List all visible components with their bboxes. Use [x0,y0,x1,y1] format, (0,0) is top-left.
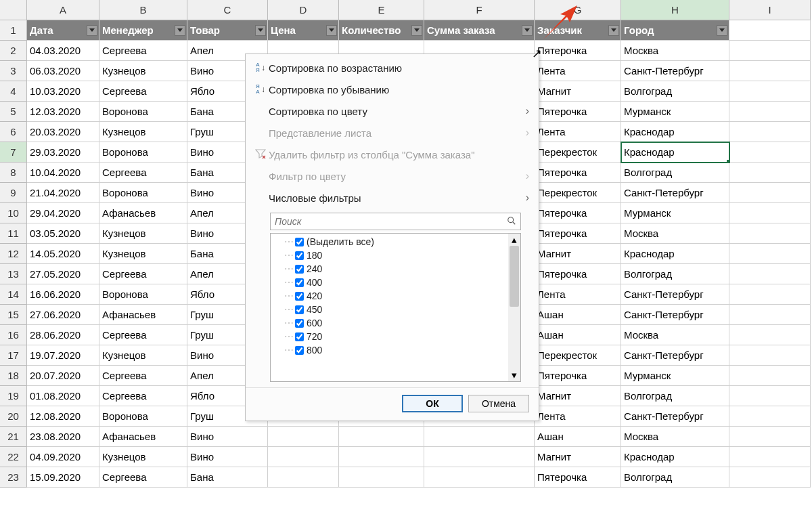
table-header[interactable]: Дата [27,20,99,41]
row-header[interactable]: 4 [0,81,27,102]
cell[interactable]: Кузнецов [99,447,187,467]
cell[interactable]: Волгоград [621,81,729,102]
filter-value-item[interactable]: ⋯720 [284,330,520,343]
cell[interactable]: Лента [535,122,621,142]
cell[interactable] [729,264,811,284]
table-header[interactable]: Сумма заказа [424,20,535,41]
cell[interactable]: 19.07.2020 [27,345,99,366]
cell[interactable] [424,427,535,447]
ok-button[interactable]: ОК [402,395,463,412]
cell[interactable]: 20.07.2020 [27,366,99,386]
cell[interactable]: Санкт-Петербург [621,284,729,305]
cell[interactable]: Воронова [99,183,187,203]
cell[interactable]: Магнит [535,244,621,264]
filter-value-item[interactable]: ⋯(Выделить все) [284,235,520,249]
cell[interactable] [729,142,811,163]
cell[interactable]: Санкт-Петербург [621,406,729,427]
sort-descending[interactable]: ЯА↓ Сортировка по убыванию [246,79,539,100]
column-header[interactable]: B [99,0,187,20]
table-header[interactable]: Менеджер [99,20,187,41]
row-header[interactable]: 15 [0,305,27,325]
cell[interactable]: 03.05.2020 [27,223,99,244]
filter-value-item[interactable]: ⋯800 [284,343,520,357]
cell[interactable] [729,122,811,142]
column-header[interactable]: A [27,0,99,20]
cell[interactable] [729,61,811,81]
cancel-button[interactable]: Отмена [468,395,529,412]
scroll-down-icon[interactable]: ▾ [508,369,520,381]
cell[interactable]: 15.09.2020 [27,467,99,488]
cell[interactable]: Волгоград [621,163,729,183]
table-header[interactable]: Количество [339,20,424,41]
cell[interactable]: Магнит [535,81,621,102]
cell[interactable]: Пятерочка [535,163,621,183]
filter-value-item[interactable]: ⋯180 [284,249,520,262]
cell[interactable]: Сергеева [99,325,187,345]
cell[interactable]: Воронова [99,406,187,427]
filter-value-item[interactable]: ⋯420 [284,289,520,303]
cell[interactable]: Вино [187,427,268,447]
filter-list-scrollbar[interactable]: ▴ ▾ [508,234,520,381]
filter-dropdown-icon[interactable] [326,25,337,36]
row-header[interactable]: 12 [0,244,27,264]
cell[interactable]: Волгоград [621,386,729,406]
row-header[interactable]: 3 [0,61,27,81]
cell[interactable]: Мурманск [621,102,729,122]
row-header[interactable]: 17 [0,345,27,366]
cell[interactable]: 10.03.2020 [27,81,99,102]
cell[interactable]: Лента [535,284,621,305]
cell[interactable]: 29.03.2020 [27,142,99,163]
cell[interactable] [729,102,811,122]
cell[interactable]: Вино [187,447,268,467]
row-header[interactable]: 23 [0,467,27,488]
cell[interactable]: Афанасьев [99,427,187,447]
filter-value-checkbox[interactable] [295,305,304,314]
cell[interactable]: Сергеева [99,163,187,183]
cell[interactable]: Кузнецов [99,223,187,244]
column-header[interactable]: C [187,0,268,20]
cell[interactable] [268,427,339,447]
cell[interactable]: Лента [535,61,621,81]
scroll-up-icon[interactable]: ▴ [508,234,520,246]
cell[interactable]: Пятерочка [535,366,621,386]
cell[interactable]: Воронова [99,284,187,305]
row-header[interactable]: 1 [0,20,27,41]
cell[interactable]: Сергеева [99,81,187,102]
cell[interactable]: Кузнецов [99,244,187,264]
filter-value-item[interactable]: ⋯240 [284,262,520,276]
cell[interactable]: 10.04.2020 [27,163,99,183]
cell[interactable]: Санкт-Петербург [621,345,729,366]
cell[interactable] [729,427,811,447]
cell[interactable] [729,386,811,406]
cell[interactable]: Воронова [99,102,187,122]
cell[interactable] [424,447,535,467]
cell[interactable]: Санкт-Петербург [621,305,729,325]
cell[interactable]: Пятерочка [535,467,621,488]
cell[interactable]: Москва [621,325,729,345]
filter-value-checkbox[interactable] [295,238,304,246]
filter-value-checkbox[interactable] [295,265,304,274]
row-header[interactable]: 21 [0,427,27,447]
cell[interactable]: Магнит [535,386,621,406]
row-header[interactable]: 13 [0,264,27,284]
column-header[interactable]: D [268,0,339,20]
column-header[interactable]: H [621,0,729,20]
cell[interactable]: 21.04.2020 [27,183,99,203]
cell[interactable] [339,447,424,467]
cell[interactable]: Пятерочка [535,264,621,284]
cell[interactable] [729,305,811,325]
cell[interactable] [729,183,811,203]
scroll-thumb[interactable] [510,246,519,307]
number-filters[interactable]: Числовые фильтры › [246,187,539,209]
cell[interactable]: 27.05.2020 [27,264,99,284]
cell[interactable]: Волгоград [621,467,729,488]
cell[interactable]: Кузнецов [99,122,187,142]
filter-dropdown-icon[interactable] [255,25,266,36]
filter-value-checkbox[interactable] [295,292,304,301]
cell[interactable]: Краснодар [621,142,729,163]
cell[interactable]: Сергеева [99,386,187,406]
cell[interactable]: Сергеева [99,264,187,284]
cell[interactable]: Пятерочка [535,203,621,223]
table-header[interactable]: Товар [187,20,268,41]
cell[interactable]: Сергеева [99,467,187,488]
